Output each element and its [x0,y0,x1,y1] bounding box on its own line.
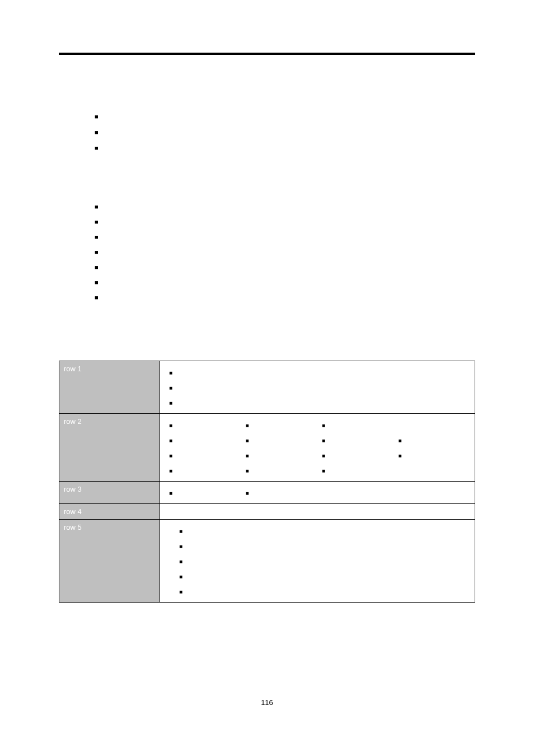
list-item: item [95,244,475,259]
list-item: a [241,485,318,500]
list-item: d [165,568,470,584]
spec-table: row 1 a b c row 2 a b c d [59,361,475,603]
table-row: row 1 a b c [59,361,475,414]
row-content: a b c d a b c d a b c d [160,414,475,482]
page-number: 116 [0,698,534,707]
list-item: item [95,214,475,229]
list-item: item [95,139,475,155]
list-item: c [241,447,318,463]
list-item: item [95,259,475,274]
list-item: b [165,380,470,395]
list-item: item [95,229,475,244]
row-label: row 5 [59,520,160,603]
list-item: a [241,417,318,432]
list-item: item [95,124,475,139]
list-item: b [165,538,470,553]
list-item: item [95,108,475,124]
subheading-a: sub heading [59,173,475,183]
paragraph-b: paragraph text [59,335,475,345]
list-item: item [95,274,475,290]
list-item: a [317,417,394,432]
list-1: item item item [59,108,475,155]
list-2: item item item item item item item [59,199,475,305]
row-content: a b c d e [160,520,475,603]
subheading-b: sub heading [59,323,475,332]
list-item: item [95,290,475,305]
list-item: b [394,432,471,447]
row-content: a a [160,482,475,504]
intro-paragraph: intro paragraph line [59,95,475,105]
list-item: e [165,584,470,599]
row-label: row 4 [59,504,160,520]
list-item: a [165,365,470,380]
list-item: a [165,523,470,538]
list-item: d [165,463,241,478]
table-row: row 3 a a [59,482,475,504]
list-item: c [165,553,470,568]
row-label: row 1 [59,361,160,414]
list-item: a [165,417,241,432]
list-item: d [241,463,318,478]
row-label: row 2 [59,414,160,482]
row-content [160,504,475,520]
section-title: Section Title [59,72,475,85]
row-label: row 3 [59,482,160,504]
paragraph-a: paragraph text [59,186,475,195]
table-row: row 2 a b c d a b c d [59,414,475,482]
list-item: c [165,447,241,463]
table-row: row 5 a b c d e [59,520,475,603]
header-rule [59,53,475,55]
table-row: row 4 [59,504,475,520]
list-item: a [165,485,241,500]
list-item: b [165,432,241,447]
list-item: b [317,432,394,447]
list-item: c [317,447,394,463]
list-item: item [95,199,475,214]
list-item: c [165,395,470,410]
list-item: b [241,432,318,447]
row-content: a b c [160,361,475,414]
list-item: c [394,447,471,463]
list-item: d [317,463,394,478]
